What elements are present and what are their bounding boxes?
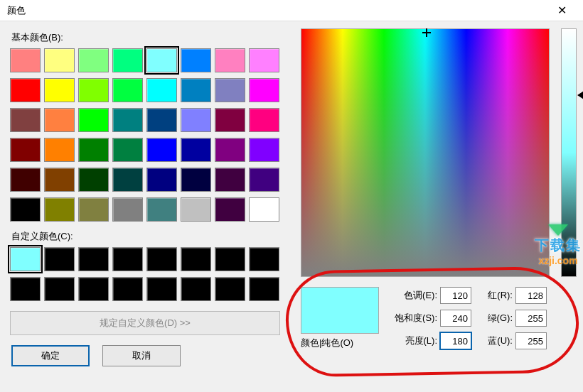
blue-label: 蓝(U): bbox=[478, 334, 513, 347]
hue-label: 色调(E): bbox=[389, 289, 437, 302]
cancel-label: 取消 bbox=[132, 349, 151, 362]
custom-color-swatch[interactable] bbox=[10, 277, 41, 301]
red-input[interactable] bbox=[515, 287, 547, 304]
lum-label: 亮度(L): bbox=[389, 334, 437, 347]
basic-color-swatch[interactable] bbox=[146, 138, 177, 162]
basic-color-swatch[interactable] bbox=[112, 197, 143, 222]
custom-color-swatch[interactable] bbox=[112, 247, 143, 271]
ok-label: 确定 bbox=[41, 349, 60, 362]
custom-color-swatch[interactable] bbox=[78, 277, 109, 301]
basic-color-swatch[interactable] bbox=[146, 108, 177, 132]
basic-color-swatch[interactable] bbox=[215, 48, 245, 72]
basic-color-swatch[interactable] bbox=[249, 168, 279, 192]
sat-label: 饱和度(S): bbox=[389, 312, 437, 325]
basic-color-swatch[interactable] bbox=[10, 197, 41, 222]
luminance-arrow-icon[interactable] bbox=[577, 89, 583, 101]
basic-color-swatch[interactable] bbox=[10, 138, 41, 162]
custom-color-swatch[interactable] bbox=[249, 277, 279, 301]
ok-button[interactable]: 确定 bbox=[11, 345, 90, 366]
basic-color-swatch[interactable] bbox=[10, 108, 41, 132]
basic-color-swatch[interactable] bbox=[10, 48, 41, 72]
custom-color-swatch[interactable] bbox=[44, 247, 75, 271]
basic-color-swatch[interactable] bbox=[112, 168, 143, 192]
basic-color-swatch[interactable] bbox=[249, 108, 279, 132]
basic-color-swatch[interactable] bbox=[78, 78, 109, 102]
lum-input[interactable] bbox=[440, 332, 471, 349]
custom-colors-grid bbox=[10, 247, 291, 301]
green-label: 绿(G): bbox=[478, 312, 513, 325]
crosshair-icon bbox=[422, 28, 431, 37]
basic-color-swatch[interactable] bbox=[249, 78, 279, 102]
basic-color-swatch[interactable] bbox=[112, 138, 143, 162]
custom-color-swatch[interactable] bbox=[215, 277, 245, 301]
preview-label: 颜色|纯色(O) bbox=[301, 337, 386, 349]
basic-color-swatch[interactable] bbox=[112, 108, 143, 132]
close-button[interactable]: ✕ bbox=[547, 0, 576, 21]
define-custom-button: 规定自定义颜色(D) >> bbox=[10, 311, 280, 335]
basic-color-swatch[interactable] bbox=[44, 197, 75, 222]
custom-color-swatch[interactable] bbox=[10, 247, 41, 271]
basic-color-swatch[interactable] bbox=[181, 108, 211, 132]
basic-color-swatch[interactable] bbox=[10, 168, 41, 192]
custom-color-swatch[interactable] bbox=[44, 277, 75, 301]
custom-color-swatch[interactable] bbox=[249, 247, 279, 271]
basic-color-swatch[interactable] bbox=[249, 138, 279, 162]
basic-color-swatch[interactable] bbox=[215, 168, 245, 192]
color-gradient[interactable] bbox=[301, 28, 550, 277]
basic-color-swatch[interactable] bbox=[112, 78, 143, 102]
basic-color-swatch[interactable] bbox=[181, 138, 211, 162]
custom-color-swatch[interactable] bbox=[181, 277, 211, 301]
custom-color-swatch[interactable] bbox=[112, 277, 143, 301]
basic-color-swatch[interactable] bbox=[215, 138, 245, 162]
cancel-button[interactable]: 取消 bbox=[102, 345, 181, 366]
hue-input[interactable] bbox=[440, 287, 471, 304]
custom-color-swatch[interactable] bbox=[215, 247, 245, 271]
sat-input[interactable] bbox=[440, 310, 471, 327]
luminance-strip[interactable] bbox=[561, 28, 577, 277]
basic-color-swatch[interactable] bbox=[215, 78, 245, 102]
basic-color-swatch[interactable] bbox=[146, 197, 177, 222]
basic-color-swatch[interactable] bbox=[44, 108, 75, 132]
basic-color-swatch[interactable] bbox=[44, 78, 75, 102]
basic-color-swatch[interactable] bbox=[44, 138, 75, 162]
custom-color-swatch[interactable] bbox=[181, 247, 211, 271]
basic-color-swatch[interactable] bbox=[146, 48, 177, 72]
basic-color-swatch[interactable] bbox=[112, 48, 143, 72]
window-title: 颜色 bbox=[7, 4, 547, 17]
basic-color-swatch[interactable] bbox=[181, 78, 211, 102]
basic-color-swatch[interactable] bbox=[146, 168, 177, 192]
basic-color-swatch[interactable] bbox=[78, 48, 109, 72]
basic-color-swatch[interactable] bbox=[215, 197, 245, 222]
basic-color-swatch[interactable] bbox=[78, 197, 109, 222]
custom-color-swatch[interactable] bbox=[146, 247, 177, 271]
basic-color-swatch[interactable] bbox=[78, 168, 109, 192]
basic-color-swatch[interactable] bbox=[181, 168, 211, 192]
custom-color-swatch[interactable] bbox=[146, 277, 177, 301]
basic-color-swatch[interactable] bbox=[181, 48, 211, 72]
basic-color-swatch[interactable] bbox=[78, 138, 109, 162]
define-custom-label: 规定自定义颜色(D) >> bbox=[100, 317, 191, 330]
basic-colors-grid bbox=[10, 48, 291, 222]
basic-color-swatch[interactable] bbox=[181, 197, 211, 222]
blue-input[interactable] bbox=[515, 332, 547, 349]
basic-color-swatch[interactable] bbox=[249, 48, 279, 72]
basic-colors-label: 基本颜色(B): bbox=[11, 31, 291, 44]
basic-color-swatch[interactable] bbox=[78, 108, 109, 132]
color-preview bbox=[301, 287, 379, 334]
basic-color-swatch[interactable] bbox=[249, 197, 279, 222]
basic-color-swatch[interactable] bbox=[44, 168, 75, 192]
custom-colors-label: 自定义颜色(C): bbox=[11, 230, 291, 243]
basic-color-swatch[interactable] bbox=[44, 48, 75, 72]
basic-color-swatch[interactable] bbox=[215, 108, 245, 132]
custom-color-swatch[interactable] bbox=[78, 247, 109, 271]
basic-color-swatch[interactable] bbox=[146, 78, 177, 102]
basic-color-swatch[interactable] bbox=[10, 78, 41, 102]
close-icon: ✕ bbox=[557, 4, 567, 17]
red-label: 红(R): bbox=[478, 289, 513, 302]
green-input[interactable] bbox=[515, 310, 547, 327]
titlebar: 颜色 ✕ bbox=[0, 0, 583, 21]
